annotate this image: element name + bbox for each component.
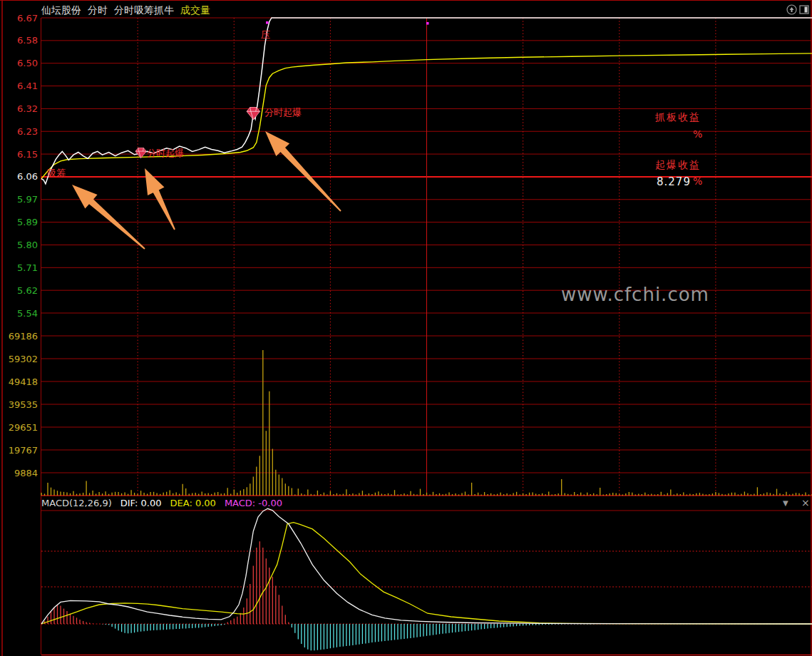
circle-up-arrow-icon xyxy=(786,4,797,15)
macd-title[interactable]: MACD(12,26,9) xyxy=(41,498,112,508)
macd-collapse-icon[interactable]: ▼ xyxy=(783,499,788,507)
diamond-signal-icon xyxy=(247,108,259,120)
split-panel-icon xyxy=(799,4,810,15)
macd-header: MACD(12,26,9) DIF: 0.00 DEA: 0.00 MACD: … xyxy=(41,498,282,508)
signal-dot xyxy=(266,21,269,24)
panel-toggle-icon[interactable] xyxy=(799,4,810,15)
zhuaban-return-percent: % xyxy=(693,128,702,140)
macd-value: MACD: -0.00 xyxy=(225,498,282,508)
qibao-return-value: 8.279 xyxy=(657,175,691,188)
annotation-arrow xyxy=(72,185,145,250)
zhuaban-return-label: 抓板收益 xyxy=(655,111,701,124)
signal-dot xyxy=(426,22,429,25)
annotation-qibao-2: 分时起爆 xyxy=(264,108,302,118)
annotation-ya: 压 xyxy=(261,30,270,40)
macd-dif-value: DIF: 0.00 xyxy=(120,498,162,508)
chart-header: 仙坛股份 分时 分时吸筹抓牛 成交量 xyxy=(41,4,210,17)
period-label[interactable]: 分时 xyxy=(88,4,108,17)
indicator-name[interactable]: 分时吸筹抓牛 xyxy=(114,4,174,17)
qibao-return-percent: % xyxy=(693,175,702,187)
macd-histogram xyxy=(45,541,594,650)
macd-dea-value: DEA: 0.00 xyxy=(170,498,216,508)
watermark: www.cfchi.com xyxy=(561,284,709,305)
annotation-xichou: 吸筹 xyxy=(47,168,66,178)
macd-dif-line xyxy=(41,508,812,624)
annotation-arrow xyxy=(145,168,175,230)
chart-canvas[interactable] xyxy=(0,0,812,656)
macd-dea-line xyxy=(41,523,812,624)
overlay-indicator-name[interactable]: 成交量 xyxy=(180,4,210,17)
annotation-qibao-1: 分时起爆 xyxy=(147,148,184,158)
stock-name[interactable]: 仙坛股份 xyxy=(41,4,81,17)
restore-up-icon[interactable] xyxy=(786,4,797,15)
macd-close-icon[interactable]: × xyxy=(801,497,810,508)
trading-app-window: 仙坛股份 分时 分时吸筹抓牛 成交量 吸筹 分时起爆 分时起爆 压 抓板收益 %… xyxy=(0,0,812,656)
qibao-return-label: 起爆收益 xyxy=(655,159,701,172)
